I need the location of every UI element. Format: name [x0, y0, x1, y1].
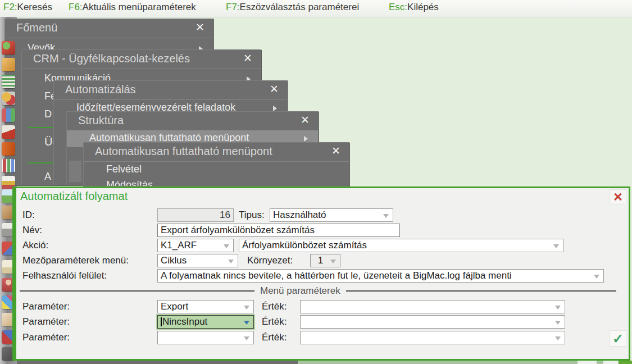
id-field: [157, 208, 234, 222]
menu-parameterek-separator: Menü paraméterek: [20, 286, 616, 296]
ertek1-label: Érték:: [262, 300, 287, 313]
dropdown-arrow-icon: [228, 260, 234, 263]
separator-line: [20, 290, 254, 292]
orders-icon[interactable]: [2, 58, 15, 71]
crm-titlebar: CRM - Ügyfélkapcsolat-kezelés ✕: [22, 50, 261, 69]
nev-field[interactable]: [157, 224, 400, 237]
ledger-icon[interactable]: [2, 75, 15, 88]
separator-line: [346, 290, 616, 292]
struktura-close-icon[interactable]: ✕: [299, 114, 311, 126]
kornyezet-label: Környezet:: [247, 254, 293, 267]
crm-title: CRM - Ügyfélkapcsolat-kezelés: [33, 52, 190, 65]
dropdown-arrow-icon: [555, 306, 561, 310]
ertek2-label: Érték:: [262, 315, 287, 329]
ertek2-select[interactable]: [300, 315, 565, 329]
inbox-icon[interactable]: [2, 125, 15, 139]
customers-icon[interactable]: [2, 41, 15, 54]
felulet-select[interactable]: A folyamatnak nincs bevitele, a háttérbe…: [157, 269, 604, 283]
automatizalas-titlebar: Automatizálás ✕: [54, 81, 287, 100]
dropdown-arrow-icon: [244, 321, 249, 325]
dropdown-arrow-icon: [244, 336, 249, 340]
param3-select[interactable]: [157, 331, 254, 344]
book-icon[interactable]: [2, 142, 15, 156]
fomenu-title: Főmenü: [16, 21, 57, 34]
automatizalas-title: Automatizálás: [65, 83, 136, 96]
struktura-scroll-sliver: [69, 161, 81, 182]
dropdown-arrow-icon: [553, 244, 559, 248]
submenu-arrow-icon: [304, 136, 308, 142]
confirm-check-icon[interactable]: ✓: [610, 330, 626, 347]
f7-key: F7:: [226, 2, 240, 12]
fomenu-close-icon[interactable]: ✕: [194, 21, 206, 34]
bottom-strip-green: [619, 361, 632, 364]
text-caret: [161, 317, 162, 326]
chart-icon[interactable]: [2, 159, 15, 172]
auto-menupont-close-icon[interactable]: ✕: [330, 145, 342, 157]
bottom-strip-segment: [603, 361, 618, 364]
shortcut-f2[interactable]: F2:Keresés: [3, 2, 52, 13]
submenu-arrow-icon: [273, 106, 277, 111]
fomenu-titlebar: Főmenü ✕: [5, 19, 213, 38]
ertek3-label: Érték:: [262, 331, 287, 344]
struktura-titlebar: Struktúra ✕: [67, 112, 318, 131]
tipus-select[interactable]: Használható: [270, 208, 393, 222]
mezoparams-select[interactable]: Ciklus: [157, 254, 238, 267]
f6-key: F6:: [69, 2, 83, 12]
akcio-code-select[interactable]: K1_ARF: [157, 239, 234, 252]
menu-window-auto-menupont: Automatikusan futtatható menüpont ✕ Felv…: [83, 142, 349, 186]
nev-label: Név:: [22, 224, 42, 237]
param1-select[interactable]: Export: [157, 300, 254, 313]
menu-item-modositas[interactable]: Módosítás: [84, 178, 349, 186]
dropdown-arrow-icon: [555, 336, 561, 340]
param2-label: Paraméter:: [22, 315, 70, 329]
kornyezet-select[interactable]: 1: [310, 254, 340, 267]
felulet-label: Felhasználói felület:: [22, 269, 107, 283]
dropdown-arrow-icon: [244, 306, 249, 310]
dropdown-arrow-icon: [555, 321, 561, 325]
shortcut-bar: F2:Keresés F6:Aktuális menüparaméterek F…: [0, 0, 632, 17]
mezoparams-label: Mezőparaméterek menü:: [22, 254, 129, 267]
shortcut-esc[interactable]: Esc:Kilépés: [389, 2, 439, 13]
param1-label: Paraméter:: [22, 300, 70, 313]
bottom-strip-segment: [578, 361, 597, 364]
dropdown-arrow-icon: [224, 244, 229, 248]
ertek3-select[interactable]: [300, 331, 565, 344]
coins-icon[interactable]: [2, 92, 15, 105]
dropdown-arrow-icon: [330, 260, 336, 263]
f2-key: F2:: [3, 2, 17, 12]
menu-item-felvetel[interactable]: Felvétel: [84, 162, 349, 178]
dialog-close-icon[interactable]: ✕: [610, 189, 626, 204]
separator-label: Menü paraméterek: [260, 285, 340, 297]
shortcut-f6[interactable]: F6:Aktuális menüparaméterek: [69, 2, 196, 13]
akcio-label: Akció:: [22, 239, 48, 252]
dropdown-arrow-icon: [383, 214, 389, 218]
bottom-strip-menu: [17, 361, 298, 364]
id-label: ID:: [22, 208, 35, 222]
crm-close-icon[interactable]: ✕: [242, 52, 254, 65]
akcio-name-select[interactable]: Árfolyamkülönbözet számítás: [239, 239, 563, 252]
param3-label: Paraméter:: [22, 331, 70, 344]
dropdown-arrow-icon: [594, 275, 599, 279]
app-screen: F2:Keresés F6:Aktuális menüparaméterek F…: [0, 0, 632, 364]
esc-key: Esc:: [389, 2, 407, 12]
param2-select[interactable]: NincsInput: [157, 315, 254, 329]
automatizalas-close-icon[interactable]: ✕: [268, 83, 280, 95]
struktura-title: Struktúra: [78, 114, 124, 127]
auto-menupont-title: Automatikusan futtatható menüpont: [95, 145, 272, 158]
tipus-label: Tipus:: [239, 208, 265, 222]
ertek1-select[interactable]: [300, 300, 565, 313]
shortcut-f7[interactable]: F7:Eszözválasztás paraméterei: [226, 2, 359, 13]
auto-menupont-titlebar: Automatikusan futtatható menüpont ✕: [84, 143, 349, 162]
dialog-automatizalt-folyamat: Automatizált folyamat ✕ ID: Tipus: Haszn…: [12, 186, 630, 361]
dialog-title: Automatizált folyamat: [20, 190, 128, 203]
products-icon[interactable]: [2, 108, 15, 122]
